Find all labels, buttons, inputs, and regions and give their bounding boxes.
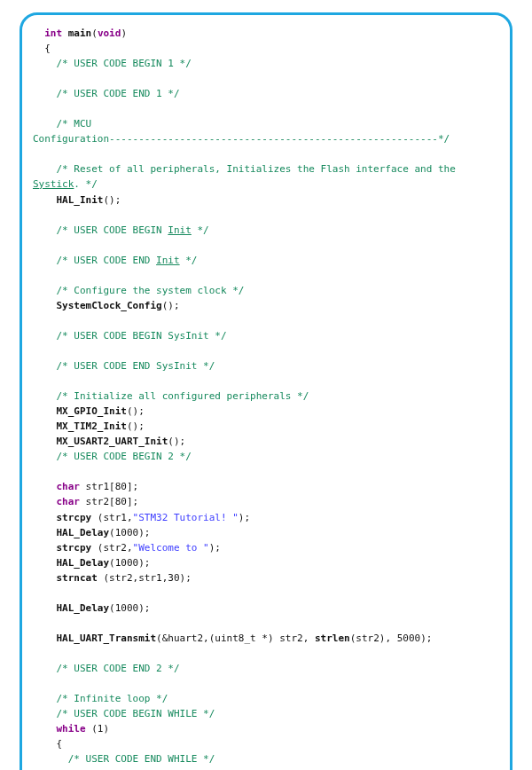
comment-user-begin-while: /* USER CODE BEGIN WHILE */ bbox=[57, 708, 215, 719]
comment-mcu-b: Configuration---------------------------… bbox=[33, 133, 450, 145]
comment-sysclock: /* Configure the system clock */ bbox=[57, 285, 245, 296]
brace-open: { bbox=[44, 43, 51, 54]
fn-mx-usart2: MX_USART2_UART_Init bbox=[57, 436, 168, 447]
string-welcome: "Welcome to " bbox=[133, 542, 209, 554]
fn-hal-delay-2: HAL_Delay bbox=[57, 557, 110, 569]
comment-user-end-2: /* USER CODE END 2 */ bbox=[57, 663, 180, 674]
code-block: int main(void) { /* USER CODE BEGIN 1 */… bbox=[33, 26, 496, 770]
comment-user-begin-sysinit: /* USER CODE BEGIN SysInit */ bbox=[57, 330, 227, 342]
comment-reset: /* Reset of all peripherals, Initializes… bbox=[33, 163, 461, 190]
comment-user-end-init: /* USER CODE END Init */ bbox=[57, 255, 198, 266]
fn-strcpy-2: strcpy bbox=[57, 542, 92, 554]
kw-while: while bbox=[57, 723, 86, 735]
fn-main: main bbox=[62, 28, 91, 39]
fn-sysclock: SystemClock_Config bbox=[57, 300, 162, 311]
fn-mx-tim2: MX_TIM2_Init bbox=[57, 420, 127, 432]
comment-user-begin-1: /* USER CODE BEGIN 1 */ bbox=[57, 58, 192, 69]
fn-hal-delay-3: HAL_Delay bbox=[57, 602, 110, 614]
fn-hal-uart-tx: HAL_UART_Transmit bbox=[57, 632, 157, 644]
code-frame: int main(void) { /* USER CODE BEGIN 1 */… bbox=[20, 12, 512, 770]
comment-user-end-1: /* USER CODE END 1 */ bbox=[57, 88, 180, 99]
fn-strncat: strncat bbox=[57, 572, 98, 584]
comment-user-end-while: /* USER CODE END WHILE */ bbox=[68, 753, 215, 765]
string-stm32: "STM32 Tutorial! " bbox=[133, 512, 239, 523]
fn-mx-gpio: MX_GPIO_Init bbox=[57, 405, 127, 417]
fn-hal-delay-1: HAL_Delay bbox=[57, 527, 110, 538]
comment-user-begin-2: /* USER CODE BEGIN 2 */ bbox=[57, 451, 192, 462]
kw-void: void bbox=[98, 28, 121, 39]
fn-strcpy-1: strcpy bbox=[57, 512, 92, 523]
kw-int: int bbox=[44, 28, 62, 39]
fn-strlen: strlen bbox=[315, 632, 350, 644]
kw-char-2: char bbox=[57, 496, 81, 507]
comment-infinite-loop: /* Infinite loop */ bbox=[57, 693, 168, 704]
fn-hal-init: HAL_Init bbox=[57, 194, 104, 206]
systick-word: Systick bbox=[33, 178, 74, 190]
comment-user-begin-init: /* USER CODE BEGIN Init */ bbox=[57, 224, 209, 236]
while-brace-open: { bbox=[57, 738, 63, 750]
comment-init-periph: /* Initialize all configured peripherals… bbox=[57, 390, 309, 402]
comment-mcu-a: /* MCU bbox=[57, 118, 92, 130]
comment-user-end-sysinit: /* USER CODE END SysInit */ bbox=[57, 360, 215, 372]
kw-char-1: char bbox=[57, 481, 81, 492]
